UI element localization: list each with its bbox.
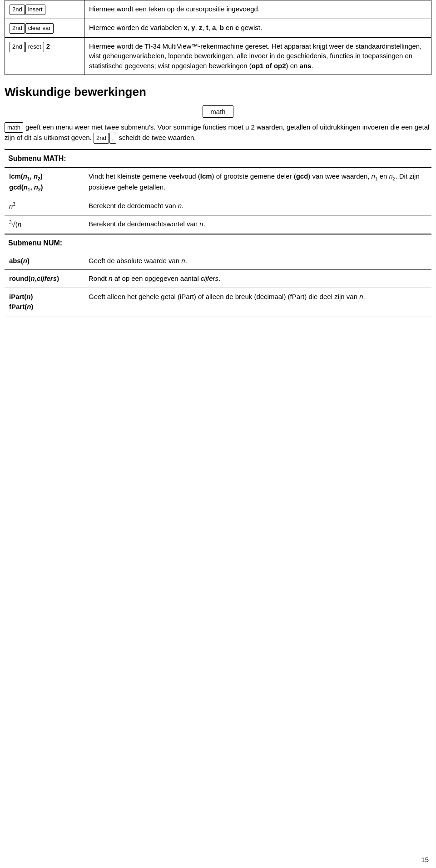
func-cell-abs: abs(n) (5, 252, 84, 270)
key-badge-math-inline: math (5, 122, 23, 133)
main-table: Submenu MATH: lcm(n1, n2) gcd(n1, n2) Vi… (5, 149, 431, 316)
desc-cell-insert: Hiermee wordt een teken op de cursorposi… (84, 0, 431, 19)
key-cell-insert: 2ndinsert (5, 0, 84, 19)
desc-cell-ipart-fpart: Geeft alleen het gehele getal (iPart) of… (84, 288, 431, 316)
desc-cell-round: Rondt n af op een opgegeven aantal cijfe… (84, 270, 431, 288)
key-badge-2nd-cv: 2nd (10, 23, 25, 34)
desc-cell-n3: Berekent de derdemacht van n. (84, 197, 431, 215)
desc-cell-abs: Geeft de absolute waarde van n. (84, 252, 431, 270)
table-row-round: round(n,cijfers) Rondt n af op een opgeg… (5, 270, 431, 288)
submenu-num-header-row: Submenu NUM: (5, 234, 431, 252)
func-cell-lcm-gcd: lcm(n1, n2) gcd(n1, n2) (5, 167, 84, 197)
desc-cell-clearvar: Hiermee worden de variabelen x, y, z, t,… (84, 19, 431, 37)
desc-cell-lcm-gcd: Vindt het kleinste gemene veelvoud (lcm)… (84, 167, 431, 197)
key-badge-clearvar: clear var (25, 23, 54, 34)
table-row-ipart-fpart: iPart(n) fPart(n) Geeft alleen het gehel… (5, 288, 431, 316)
func-cell-round: round(n,cijfers) (5, 270, 84, 288)
math-button-display: math (203, 105, 233, 118)
page-number: 15 (421, 856, 429, 863)
table-row-n3: n3 Berekent de derdemacht van n. (5, 197, 431, 215)
top-table: 2ndinsert Hiermee wordt een teken op de … (5, 0, 431, 75)
key-badge-2nd-r: 2nd (10, 42, 25, 52)
page-container: 2ndinsert Hiermee wordt een teken op de … (0, 0, 436, 868)
key-badge-2nd: 2nd (10, 5, 25, 15)
table-row-reset: 2ndreset 2 Hiermee wordt de TI-34 MultiV… (5, 37, 431, 75)
submenu-math-header: Submenu MATH: (5, 150, 431, 168)
desc-cell-reset: Hiermee wordt de TI-34 MultiView™-rekenm… (84, 37, 431, 75)
func-cell-cuberoot: 3√(n (5, 215, 84, 234)
key-badge-comma-inline: , (109, 133, 117, 144)
table-row-lcm-gcd: lcm(n1, n2) gcd(n1, n2) Vindt het kleins… (5, 167, 431, 197)
table-row-abs: abs(n) Geeft de absolute waarde van n. (5, 252, 431, 270)
key-badge-reset: reset (25, 42, 44, 52)
desc-cell-cuberoot: Berekent de derdemachtswortel van n. (84, 215, 431, 234)
table-row-cuberoot: 3√(n Berekent de derdemachtswortel van n… (5, 215, 431, 234)
section-heading: Wiskundige bewerkingen (5, 85, 431, 99)
func-cell-ipart-fpart: iPart(n) fPart(n) (5, 288, 84, 316)
key-cell-reset: 2ndreset 2 (5, 37, 84, 75)
submenu-num-header: Submenu NUM: (5, 234, 431, 252)
table-row-clearvar: 2ndclear var Hiermee worden de variabele… (5, 19, 431, 37)
key-cell-clearvar: 2ndclear var (5, 19, 84, 37)
key-badge-insert: insert (25, 5, 45, 15)
key-badge-2nd-inline: 2nd (94, 133, 109, 144)
table-row-insert: 2ndinsert Hiermee wordt een teken op de … (5, 0, 431, 19)
func-cell-n3: n3 (5, 197, 84, 215)
description-paragraph: math geeft een menu weer met twee submen… (5, 122, 431, 144)
math-button-center: math (5, 105, 431, 118)
submenu-math-header-row: Submenu MATH: (5, 150, 431, 168)
